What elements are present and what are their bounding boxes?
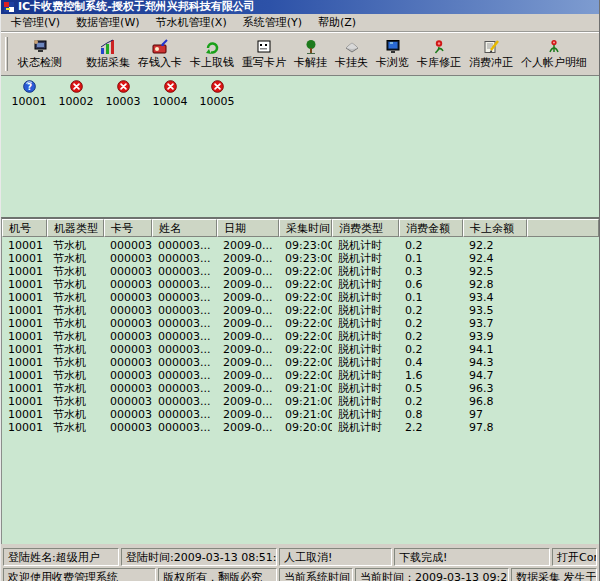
table-cell: 09:23:00 <box>279 239 332 252</box>
personal-account-detail-button[interactable]: 个人帐户明细 <box>517 38 591 70</box>
table-cell: 10001 <box>2 382 47 395</box>
table-cell: 09:21:00 <box>279 395 332 408</box>
card-report-loss-button[interactable]: 卡挂失 <box>331 38 372 70</box>
machine-item-10002[interactable]: 10002 <box>60 80 92 108</box>
table-cell: 000003 <box>104 343 152 356</box>
column-header-filler <box>527 219 599 237</box>
table-cell: 92.5 <box>463 265 527 278</box>
table-cell: 脱机计时 <box>332 252 399 265</box>
menu-item-data-management[interactable]: 数据管理(W) <box>68 14 147 31</box>
menu-item-help[interactable]: 帮助(Z) <box>310 14 364 31</box>
table-row[interactable]: 10001节水机000003000003...2009-0...09:22:00… <box>2 369 599 382</box>
table-cell: 96.8 <box>463 395 527 408</box>
table-cell: 000003... <box>152 356 217 369</box>
table-cell: 节水机 <box>47 291 104 304</box>
toolbar-grip-handle[interactable] <box>5 37 8 71</box>
table-cell: 000003... <box>152 382 217 395</box>
table-row[interactable]: 10001节水机000003000003...2009-0...09:22:00… <box>2 330 599 343</box>
table-cell: 2009-0... <box>217 395 279 408</box>
rewrite-card-button[interactable]: 重写卡片 <box>238 38 290 70</box>
machine-item-10003[interactable]: 10003 <box>107 80 139 108</box>
table-cell: 10001 <box>2 343 47 356</box>
table-cell: 10001 <box>2 356 47 369</box>
table-cell: 000003... <box>152 291 217 304</box>
table-row[interactable]: 10001节水机000003000003...2009-0...09:22:00… <box>2 278 599 291</box>
window-title: IC卡收费控制系统-授权于郑州兴邦科技有限公司 <box>18 0 255 14</box>
table-cell: 000003 <box>104 252 152 265</box>
machine-id-label: 10001 <box>12 95 47 108</box>
table-cell: 脱机计时 <box>332 395 399 408</box>
table-cell: 000003 <box>104 382 152 395</box>
table-row[interactable]: 10001节水机000003000003...2009-0...09:22:00… <box>2 291 599 304</box>
withdraw-from-card-button[interactable]: 卡上取钱 <box>186 38 238 70</box>
table-cell: 09:22:00 <box>279 278 332 291</box>
table-cell: 2009-0... <box>217 369 279 382</box>
deposit-to-card-button[interactable]: 存钱入卡 <box>134 38 186 70</box>
card-browse-button[interactable]: 卡浏览 <box>372 38 413 70</box>
machine-item-10005[interactable]: 10005 <box>201 80 233 108</box>
table-row[interactable]: 10001节水机000003000003...2009-0...09:22:00… <box>2 317 599 330</box>
column-header-6[interactable]: 消费类型 <box>332 219 399 237</box>
table-row[interactable]: 10001节水机000003000003...2009-0...09:21:00… <box>2 395 599 408</box>
table-cell: 10001 <box>2 265 47 278</box>
column-header-3[interactable]: 姓名 <box>152 219 217 237</box>
table-row[interactable]: 10001节水机000003000003...2009-0...09:20:00… <box>2 421 599 434</box>
table-row[interactable]: 10001节水机000003000003...2009-0...09:22:00… <box>2 304 599 317</box>
table-cell: 000003 <box>104 239 152 252</box>
table-cell: 脱机计时 <box>332 356 399 369</box>
table-cell: 09:20:00 <box>279 421 332 434</box>
table-cell: 0.1 <box>399 252 463 265</box>
toolbar-button-label: 重写卡片 <box>242 56 286 69</box>
table-row[interactable]: 10001节水机000003000003...2009-0...09:21:00… <box>2 382 599 395</box>
table-row[interactable]: 10001节水机000003000003...2009-0...09:21:00… <box>2 408 599 421</box>
column-header-1[interactable]: 机器类型 <box>47 219 104 237</box>
table-cell: 000003 <box>104 304 152 317</box>
menu-item-water-machine-management[interactable]: 节水机管理(X) <box>148 14 235 31</box>
table-row[interactable]: 10001节水机000003000003...2009-0...09:22:00… <box>2 343 599 356</box>
table-cell: 09:22:00 <box>279 317 332 330</box>
table-cell: 节水机 <box>47 343 104 356</box>
table-row[interactable]: 10001节水机000003000003...2009-0...09:22:00… <box>2 265 599 278</box>
table-row[interactable]: 10001节水机000003000003...2009-0...09:23:00… <box>2 252 599 265</box>
column-header-2[interactable]: 卡号 <box>104 219 152 237</box>
status-check-icon <box>31 39 49 56</box>
column-header-4[interactable]: 日期 <box>217 219 279 237</box>
table-cell: 09:22:00 <box>279 356 332 369</box>
personal-account-detail-icon <box>545 39 563 56</box>
title-bar: IC卡收费控制系统-授权于郑州兴邦科技有限公司 <box>1 0 599 14</box>
table-cell: 节水机 <box>47 252 104 265</box>
column-header-0[interactable]: 机号 <box>2 219 47 237</box>
table-cell: 0.8 <box>399 408 463 421</box>
status-panel-login-name: 登陆姓名:超级用户 <box>3 548 119 566</box>
table-cell: 96.3 <box>463 382 527 395</box>
machine-item-10004[interactable]: 10004 <box>154 80 186 108</box>
table-cell: 000003 <box>104 408 152 421</box>
app-icon <box>4 2 14 12</box>
machine-id-label: 10004 <box>153 95 188 108</box>
table-cell: 0.2 <box>399 317 463 330</box>
column-header-7[interactable]: 消费金额 <box>399 219 463 237</box>
table-cell: 000003... <box>152 330 217 343</box>
consume-reversal-button[interactable]: 消费冲正 <box>465 38 517 70</box>
card-unsuspend-button[interactable]: 卡解挂 <box>290 38 331 70</box>
column-header-8[interactable]: 卡上余额 <box>463 219 527 237</box>
toolbar-button-label: 卡解挂 <box>294 56 327 69</box>
machine-item-10001[interactable]: ?10001 <box>13 80 45 108</box>
table-cell: 脱机计时 <box>332 239 399 252</box>
column-header-5[interactable]: 采集时间 <box>279 219 332 237</box>
data-collect-button[interactable]: 数据采集 <box>82 38 134 70</box>
toolbar-button-label: 卡挂失 <box>335 56 368 69</box>
table-cell: 节水机 <box>47 382 104 395</box>
table-row[interactable]: 10001节水机000003000003...2009-0...09:23:00… <box>2 239 599 252</box>
menu-item-system-management[interactable]: 系统管理(Y) <box>235 14 310 31</box>
consume-reversal-icon <box>482 39 500 56</box>
table-cell: 2009-0... <box>217 239 279 252</box>
table-row[interactable]: 10001节水机000003000003...2009-0...09:22:00… <box>2 356 599 369</box>
menu-item-card-management[interactable]: 卡管理(V) <box>3 14 68 31</box>
card-db-fix-button[interactable]: 卡库修正 <box>413 38 465 70</box>
table-cell: 脱机计时 <box>332 421 399 434</box>
table-cell: 000003... <box>152 317 217 330</box>
table-cell: 000003... <box>152 278 217 291</box>
status-check-button[interactable]: 状态检测 <box>14 38 66 70</box>
table-cell: 脱机计时 <box>332 291 399 304</box>
